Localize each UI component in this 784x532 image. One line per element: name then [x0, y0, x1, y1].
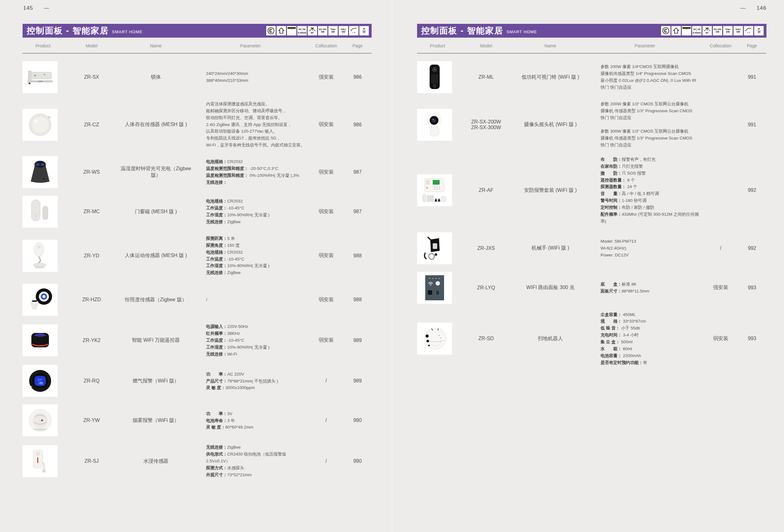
table-row: ZR-SD扫地机器人尘盒容量： 450ML规 格： 33*33*87cm低 噪 … [417, 311, 766, 366]
parameter-cell: 功 率：AC 220V产品尺寸：79*68*31mm( 不包括插头 )灵 敏 度… [192, 371, 309, 391]
product-photo-lock-body [23, 61, 58, 93]
parameter-cell: 电池规格：CR2032温度检测范围和精度： -20-50°C,0.3°C温度检测… [192, 158, 309, 185]
dim-curve-icon: – + [349, 26, 359, 35]
name-cell: 锁体 [120, 74, 192, 81]
collocation-cell: 弱安装 [703, 335, 738, 342]
parameter-line: 摄像机 传感器类型 1/3“ Progressive Scan CMOS [600, 135, 703, 142]
column-header-collocation: Collocation [309, 43, 343, 48]
parameter-line: 无线连接：ZigBee [206, 218, 309, 226]
column-header-model: Model [458, 43, 514, 48]
page-cell: 991 [738, 74, 766, 80]
parameter-cell: 探测距离：5 米探测角度：150 度电池规格：CR2032工作温度：-10-45… [192, 235, 309, 276]
section-header-band: 控制面板 - 智能家居 SMART HOME 5-20mm30°0/1-10V … [417, 24, 766, 38]
model-cell: ZR-RQ [63, 378, 120, 384]
clamp-thickness-icon: 5-20mm [692, 26, 702, 35]
parameter-cell: 参数 200W 像素 1/4“CMOS 互联网摄像机摄像机传感器类型 1/4“ … [586, 63, 703, 91]
collocation-cell: / [309, 418, 343, 423]
triac-dim-icon: Triac DM [723, 26, 733, 35]
name-cell: WIFI 路由面板 300 兆 [514, 284, 586, 291]
page-cell: 986 [343, 122, 372, 127]
table-header: ProductModelNameParameterCollocationPage [417, 43, 766, 54]
name-cell: 摄像头摇头机 (WiFi 版 ) [514, 121, 586, 128]
parameter-cell: 无线连接：ZigBee供电形式：CR2450 纽扣电池（低压报警值 2.5V±0… [192, 444, 309, 478]
collocation-cell: 弱安装 [309, 297, 343, 303]
page-number-dash: — [44, 5, 49, 11]
parameter-line: 工作湿度：10%-90%RH( 无冷凝 ) [206, 262, 309, 269]
page-cell: 986 [343, 74, 372, 80]
parameter-line: 音 量：高 / 中 / 低 3 档可调 [600, 190, 703, 197]
parameter-line: 无线连接：Wi-Fi [206, 351, 309, 358]
model-cell: ZR-SJ [63, 458, 120, 464]
parameter-line: 参数 300W 像素 1/3“ CMOS 互联网云台摄像机 [600, 128, 703, 135]
name-cell: 水浸传感器 [120, 458, 192, 465]
parameter-line: 参数 200W 像素 1/3“ CMOS 互联网云台摄像机 [600, 100, 703, 108]
parameter-cell: Model: SM-PW713Wi-fi(2.4GHz)Power: DC12V [586, 238, 703, 259]
product-photo-motion-sensor [23, 240, 58, 272]
parameter-line: 红外频率：38KHz [206, 330, 309, 337]
table-header: ProductModelNameParameterCollocationPage [23, 43, 372, 54]
dim-0-1-10v-icon: 0/1-10V DM [318, 26, 328, 35]
house-icon [277, 26, 286, 35]
product-photo-round-sensor [23, 109, 58, 141]
page-cell: 993 [738, 285, 766, 291]
model-cell: ZR-SX-200W ZR-SX-300W [458, 119, 514, 130]
column-header-product: Product [417, 43, 458, 48]
product-photo-robot-hand [417, 232, 452, 264]
parameter-cell: 底 盒：标准 86面板尺寸：86*86*11.5mm [586, 281, 703, 295]
parameter-cell: 内置活体探测微波感应及光感应。能精确探测并区分移动、微动及呼吸信号，联动控制不同… [192, 100, 309, 149]
dali-dim-icon: DALI DM [339, 26, 348, 35]
parameter-line: Power: DC12V [600, 252, 703, 259]
parameter-line: 供电形式：CR2450 纽扣电池（低压报警值 2.5V±0.1V） [206, 451, 309, 465]
parameter-line: 无线连接： [206, 179, 309, 186]
parameter-line: 探测角度：150 度 [206, 242, 309, 249]
parameter-line: 电池规格：CR2032 [206, 249, 309, 256]
product-photo-remote-cube [23, 324, 58, 356]
name-cell: 人体存在传感器 (MESH 版 ) [120, 121, 192, 128]
parameter-line: 功 率：3V [206, 410, 309, 417]
product-photo-alarm-kit [417, 174, 452, 206]
name-cell: 燃气报警（WiFi 版） [120, 378, 192, 384]
parameter-line: 遥控器数量： 8 个 [600, 177, 703, 184]
parameter-line: 灵 敏 度：60*60*49.2mm [206, 424, 309, 431]
collocation-cell: / [309, 378, 343, 384]
model-cell: ZR-MC [63, 209, 120, 214]
product-photo-smoke-alarm [23, 405, 58, 436]
table-row: ZR-CZ人体存在传感器 (MESH 版 )内置活体探测微波感应及光感应。能精确… [23, 100, 372, 149]
table-row: ZR-YK2智能 WiFi 万能遥控器电源输入：220V-50Hz红外频率：38… [23, 323, 372, 357]
page-cell: 992 [738, 245, 766, 251]
parameter-line: 探测方式：水感探头 [206, 465, 309, 472]
product-photo-water-sensor [23, 445, 58, 477]
ccc-certification-icon [266, 26, 276, 35]
parameter-line: 撤 防：只 SOS 报警 [600, 170, 703, 177]
product-photo-clock-cone: 08:08 [23, 156, 58, 188]
parameter-line: Wi-Fi，蓝牙等各种无线信号干扰。内嵌式独立安装。 [206, 142, 309, 149]
page-number-dash: — [740, 5, 746, 11]
parameter-line: 工作湿度：10%-90%RH( 无冷凝 ) [206, 344, 309, 351]
collocation-cell: / [309, 458, 343, 464]
parameter-line: 摄像机 传感器类型 1/3“ Progressive Scan CMOS [600, 108, 703, 114]
page-cell: 989 [343, 337, 372, 343]
parameter-line: 警号时间：1-180 秒可调 [600, 197, 703, 204]
model-cell: ZR-ML [458, 74, 514, 80]
svg-text:24°: 24° [38, 378, 43, 382]
beam-angle-icon: 30° [702, 26, 712, 35]
table-row: ZR-SX-200W ZR-SX-300W摄像头摇头机 (WiFi 版 )参数 … [417, 100, 766, 149]
column-header-page: Page [343, 43, 372, 48]
parameter-line: 无线连接：ZigBee [206, 444, 309, 451]
svg-text::08: :08 [37, 382, 43, 385]
ccc-certification-icon [661, 26, 670, 35]
column-header-page: Page [738, 43, 766, 48]
table-row: ZR-AF安防报警套装 (WiFi 版 )布 防：报警有声，有灯光在家布防：只灯… [417, 156, 766, 225]
parameter-line: 能精确探测并区分移动、微动及呼吸信号， [206, 108, 309, 114]
table-body: ZR-ML低功耗可视门铃 (WiFi 版 )参数 200W 像素 1/4“CMO… [417, 61, 766, 366]
parameter-line: 配件频率：433Mhz (可定制 300-912M 之间的任何频率) [600, 211, 703, 225]
parameter-line: 最小照度 0.02Lux @(F2.0,AGC ON) ,0 Lux With … [600, 77, 703, 84]
parameter-line: 电池规格：CR2032 [206, 158, 309, 165]
parameter-line: 集 尘 盒： 500ml [600, 338, 703, 346]
parameter-line: 规 格： 33*33*87cm [600, 318, 703, 325]
parameter-line: 尘盒容量： 450ML [600, 311, 703, 318]
model-cell: ZR-LYQ [458, 285, 514, 291]
parameter-line: 低 噪 音： 小于 55db [600, 325, 703, 332]
parameter-line: 快门 快门自适应 [600, 142, 703, 149]
model-cell: ZR-WS [63, 169, 120, 175]
